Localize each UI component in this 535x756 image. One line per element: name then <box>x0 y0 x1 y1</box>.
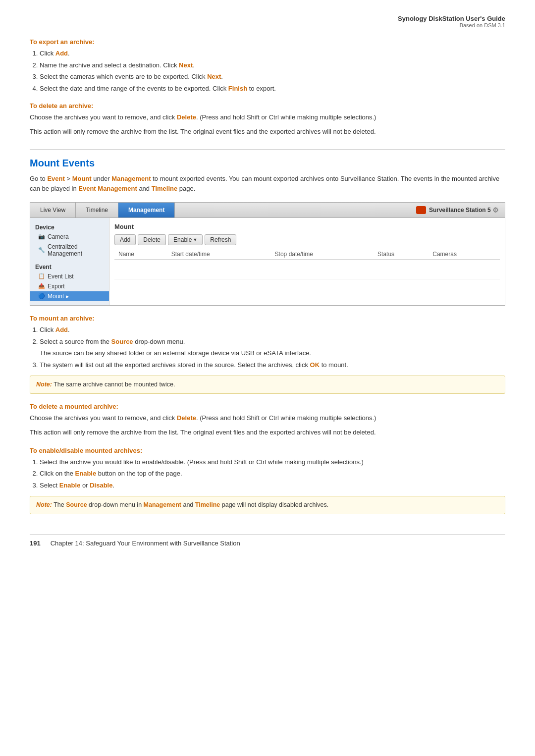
sidebar-item-export[interactable]: 📤 Export <box>30 281 109 291</box>
enable-button[interactable]: Enable ▼ <box>168 234 203 245</box>
page-footer: 191 Chapter 14: Safeguard Your Environme… <box>30 534 505 547</box>
finish-ref: Finish <box>228 85 247 92</box>
tab-live-view-label: Live View <box>40 207 65 214</box>
delete-ref: Delete <box>177 113 196 121</box>
app-screenshot: Live View Timeline Management Surveillan… <box>30 202 505 306</box>
ok-ref: OK <box>310 361 320 369</box>
brand-name: Surveillance Station 5 <box>429 207 491 214</box>
event-ref: Event <box>47 175 64 182</box>
add-ref: Add <box>55 50 68 57</box>
delete-ref-2: Delete <box>177 414 196 422</box>
sidebar-event-label: Event <box>30 262 109 271</box>
sidebar-centralized-label: Centralized Management <box>48 243 104 257</box>
mount-steps-list: Click Add. Select a source from the Sour… <box>40 325 505 370</box>
col-status: Status <box>374 249 428 260</box>
enable-step-3: Select Enable or Disable. <box>40 481 505 490</box>
sidebar-mount-label: Mount <box>48 293 64 300</box>
col-cameras: Cameras <box>428 249 500 260</box>
mount-events-intro: Go to Event > Mount under Management to … <box>30 174 505 195</box>
export-section: To export an archive: Click Add. Name th… <box>30 38 505 93</box>
camera-icon: 📷 <box>38 233 45 240</box>
note2-label: Note: <box>36 501 52 508</box>
page-header: Synology DiskStation User's Guide Based … <box>30 15 505 28</box>
timeline-ref-2: Timeline <box>195 501 220 508</box>
sidebar-export-label: Export <box>48 283 65 290</box>
panel-title: Mount <box>114 223 500 230</box>
mount-steps-section: To mount an archive: Click Add. Select a… <box>30 315 505 370</box>
table-header-row: Name Start date/time Stop date/time Stat… <box>114 249 500 260</box>
sidebar-item-camera[interactable]: 📷 Camera <box>30 232 109 242</box>
source-ref: Source <box>111 338 133 345</box>
delete-archive-para1: Choose the archives you want to remove, … <box>30 112 505 123</box>
delete-button[interactable]: Delete <box>138 234 166 245</box>
enable-ref-2: Enable <box>59 482 81 489</box>
app-topbar: Live View Timeline Management Surveillan… <box>30 203 505 218</box>
delete-mounted-para2: This action will only remove the archive… <box>30 428 505 438</box>
mount-arrow-icon: ► <box>65 294 70 299</box>
table-body <box>114 260 500 279</box>
sidebar-item-event-list[interactable]: 📋 Event List <box>30 271 109 281</box>
tab-timeline-label: Timeline <box>86 207 108 214</box>
app-brand: Surveillance Station 5 ⚙ <box>410 203 505 217</box>
note-box-1: Note: The same archive cannot be mounted… <box>30 376 505 394</box>
note1-text: The same archive cannot be mounted twice… <box>54 381 175 388</box>
enable-dropdown-icon: ▼ <box>193 237 197 242</box>
sidebar-event-list-label: Event List <box>48 273 74 280</box>
camera-brand-icon <box>416 206 426 214</box>
enable-ref: Enable <box>75 470 97 477</box>
mount-steps-label: To mount an archive: <box>30 315 505 322</box>
mount-events-heading: Mount Events <box>30 149 505 169</box>
col-stop: Stop date/time <box>271 249 374 260</box>
add-button[interactable]: Add <box>114 234 136 245</box>
tab-management[interactable]: Management <box>118 203 175 217</box>
mount-ref: Mount <box>72 175 92 182</box>
export-label: To export an archive: <box>30 38 505 46</box>
app-sidebar: Device 📷 Camera 🔧 Centralized Management… <box>30 218 109 305</box>
delete-mounted-section: To delete a mounted archive: Choose the … <box>30 403 505 438</box>
add-ref-2: Add <box>55 326 68 333</box>
empty-cell <box>114 260 500 279</box>
sidebar-device-label: Device <box>30 222 109 232</box>
export-steps: Click Add. Name the archive and select a… <box>40 49 505 93</box>
mount-step-1: Click Add. <box>40 325 505 335</box>
enable-disable-label: To enable/disable mounted archives: <box>30 447 505 454</box>
enable-disable-section: To enable/disable mounted archives: Sele… <box>30 447 505 490</box>
guide-title: Synology DiskStation User's Guide <box>30 15 505 22</box>
refresh-button[interactable]: Refresh <box>205 234 236 245</box>
event-management-ref: Event Management <box>78 185 137 192</box>
enable-button-group: Enable ▼ <box>168 234 203 245</box>
mount-icon: 🔵 <box>38 293 45 300</box>
export-step-4: Select the date and time range of the ev… <box>40 84 505 94</box>
next-ref-2: Next <box>207 73 221 80</box>
note1-label: Note: <box>36 381 52 388</box>
tab-management-label: Management <box>128 207 164 214</box>
delete-mounted-label: To delete a mounted archive: <box>30 403 505 410</box>
delete-archive-para2: This action will only remove the archive… <box>30 127 505 137</box>
enable-step-2: Click on the Enable button on the top of… <box>40 469 505 479</box>
export-step-3: Select the cameras which events are to b… <box>40 72 505 82</box>
tab-live-view[interactable]: Live View <box>30 203 76 217</box>
table-header: Name Start date/time Stop date/time Stat… <box>114 249 500 260</box>
management-ref-2: Management <box>144 501 181 508</box>
source-ref-2: Source <box>66 501 87 508</box>
page-number: 191 <box>30 540 41 547</box>
sidebar-item-centralized[interactable]: 🔧 Centralized Management <box>30 242 109 259</box>
panel-toolbar: Add Delete Enable ▼ Refresh <box>114 234 500 245</box>
enable-label: Enable <box>173 236 192 243</box>
enable-step-1: Select the archive you would like to ena… <box>40 457 505 467</box>
app-body: Device 📷 Camera 🔧 Centralized Management… <box>30 218 505 305</box>
col-name: Name <box>114 249 167 260</box>
management-ref: Management <box>111 175 151 182</box>
enable-disable-steps: Select the archive you would like to ena… <box>40 457 505 490</box>
centralized-icon: 🔧 <box>38 247 45 254</box>
export-icon: 📤 <box>38 283 45 290</box>
tab-timeline[interactable]: Timeline <box>76 203 118 217</box>
event-list-icon: 📋 <box>38 273 45 280</box>
mount-step-3: The system will list out all the exporte… <box>40 360 505 370</box>
delete-archive-label: To delete an archive: <box>30 102 505 109</box>
app-main-panel: Mount Add Delete Enable ▼ Refresh Name S… <box>109 218 505 305</box>
sidebar-camera-label: Camera <box>48 233 69 240</box>
next-ref-1: Next <box>179 61 193 69</box>
sidebar-item-mount[interactable]: 🔵 Mount ► <box>30 291 109 301</box>
mount-step-2: Select a source from the Source drop-dow… <box>40 337 505 358</box>
